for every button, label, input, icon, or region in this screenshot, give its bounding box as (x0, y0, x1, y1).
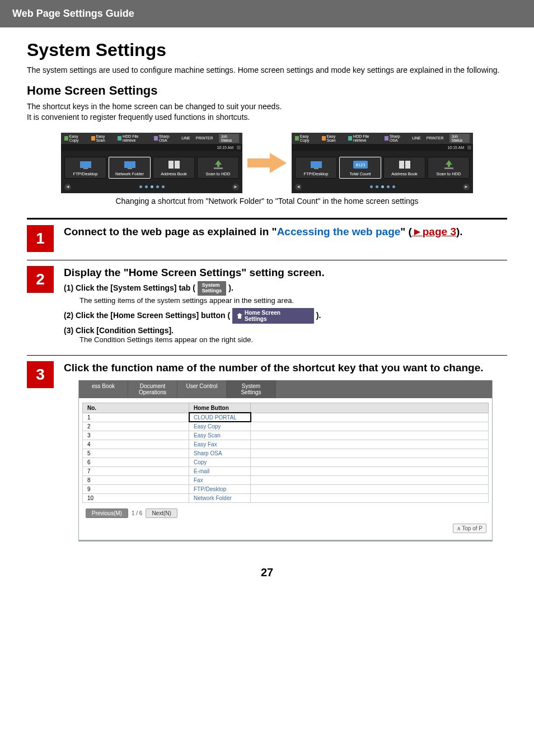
cell-home-button-link[interactable]: CLOUD PORTAL (189, 413, 251, 422)
cell-blank (251, 484, 489, 493)
svg-rect-5 (175, 161, 180, 169)
cell-home-button-link[interactable]: E-mail (189, 466, 251, 475)
cell-home-button-link[interactable]: Network Folder (189, 493, 251, 502)
cell-home-button-link[interactable]: Easy Scan (189, 431, 251, 440)
panel-btn-ftp: FTP/Desktop (295, 157, 337, 179)
cell-blank (251, 422, 489, 431)
step-2-title: Display the "Home Screen Settings" setti… (64, 266, 507, 279)
cell-no: 6 (83, 458, 189, 466)
section-desc-1: The shortcut keys in the home screen can… (27, 102, 282, 111)
page-number: 27 (27, 566, 507, 579)
panel-btn-address-book: Address Book (383, 157, 425, 179)
svg-rect-1 (83, 168, 88, 169)
top-of-page-button[interactable]: ∧ Top of P (453, 524, 486, 533)
section-title: Home Screen Settings (27, 83, 507, 98)
panel-top-bar: Easy Copy Easy Scan HDD File retrieve Sh… (61, 133, 242, 144)
cell-home-button-link[interactable]: Sharp OSA (189, 449, 251, 458)
svg-rect-10 (314, 168, 318, 169)
link-accessing-web-page[interactable]: Accessing the web page (277, 226, 401, 237)
th-blank (251, 403, 489, 413)
panel-btn-ftp: FTP/Desktop (64, 157, 106, 179)
step-2-1-label: (1) Click the [System Settings] tab ( Sy… (64, 283, 233, 292)
tab-user-control[interactable]: User Control (177, 380, 227, 398)
table-row: 2Easy Copy (83, 422, 489, 431)
cell-no: 9 (83, 484, 189, 493)
step-2: 2 Display the "Home Screen Settings" set… (27, 260, 507, 355)
section-desc-2: It is convenient to register frequently … (27, 113, 250, 122)
cell-no: 7 (83, 466, 189, 475)
previous-button[interactable]: Previous(M) (86, 508, 128, 518)
panel-main: FTP/Desktop Network Folder Address Book … (61, 151, 242, 182)
svg-marker-15 (446, 160, 452, 167)
home-button-table: No. Home Button 1CLOUD PORTAL2Easy Copy3… (82, 403, 489, 503)
table-row: 10Network Folder (83, 493, 489, 502)
home-screen-settings-button-icon: Home Screen Settings (232, 308, 314, 324)
panel-btn-scan-hdd: Scan to HDD (428, 157, 470, 179)
svg-rect-13 (399, 161, 404, 169)
cell-home-button-link[interactable]: Easy Fax (189, 440, 251, 449)
next-button[interactable]: Next(N) (146, 508, 177, 518)
table-row: 8Fax (83, 475, 489, 484)
cell-blank (251, 493, 489, 502)
cell-home-button-link[interactable]: Copy (189, 458, 251, 466)
step-2-1-text: The setting items of the system settings… (79, 296, 507, 306)
panel-time: 10:15 AM (61, 144, 242, 151)
panel-time: 10:15 AM (292, 144, 473, 151)
cell-blank (251, 431, 489, 440)
table-row: 6Copy (83, 458, 489, 466)
panel-btn-network-folder: Network Folder (109, 157, 151, 179)
step-2-3-label: (3) Click [Condition Settings]. (64, 326, 174, 335)
section-desc: The shortcut keys in the home screen can… (27, 101, 507, 123)
cell-blank (251, 413, 489, 422)
panel-after: Easy Copy Easy Scan HDD File retrieve Sh… (292, 133, 473, 193)
content: System Settings The system settings are … (0, 27, 534, 579)
cell-no: 5 (83, 449, 189, 458)
ui-tabs: ess Book Document Operations User Contro… (79, 380, 492, 398)
transition-arrow-icon (247, 151, 287, 175)
panel-btn-total-count: 0123 Total Count (339, 157, 381, 179)
panel-main: FTP/Desktop 0123 Total Count Address Boo… (292, 151, 473, 182)
table-row: 3Easy Scan (83, 431, 489, 440)
svg-rect-9 (311, 161, 322, 168)
tab-system-settings[interactable]: System Settings (227, 380, 276, 398)
cell-home-button-link[interactable]: FTP/Desktop (189, 484, 251, 493)
panel-caption: Changing a shortcut from "Network Folder… (27, 197, 507, 206)
cell-home-button-link[interactable]: Easy Copy (189, 422, 251, 431)
step-1-title: Connect to the web page as explained in … (64, 225, 507, 239)
svg-rect-7 (214, 167, 223, 169)
header-bar: Web Page Settings Guide (0, 0, 534, 27)
table-row: 1CLOUD PORTAL (83, 413, 489, 422)
cell-blank (251, 458, 489, 466)
svg-text:0123: 0123 (355, 163, 365, 167)
cell-blank (251, 440, 489, 449)
panel-btn-scan-hdd: Scan to HDD (197, 157, 239, 179)
svg-rect-16 (444, 167, 453, 169)
table-row: 7E-mail (83, 466, 489, 475)
home-icon (237, 313, 242, 319)
cell-no: 10 (83, 493, 189, 502)
step-2-number: 2 (27, 266, 54, 293)
cell-no: 1 (83, 413, 189, 422)
svg-marker-8 (247, 153, 287, 173)
ui-mock: ess Book Document Operations User Contro… (78, 380, 493, 542)
intro-text: The system settings are used to configur… (27, 65, 507, 76)
step-1-number: 1 (27, 225, 54, 252)
cell-blank (251, 466, 489, 475)
panel-top-bar: Easy Copy Easy Scan HDD File retrieve Sh… (292, 133, 473, 144)
cell-blank (251, 449, 489, 458)
tab-ess-book[interactable]: ess Book (79, 380, 128, 398)
system-settings-tab-icon: System Settings (198, 281, 227, 296)
step-2-2-label: (2) Click the [Home Screen Settings] but… (64, 311, 321, 320)
svg-rect-4 (168, 161, 174, 169)
link-page-3[interactable]: ►page 3 (412, 226, 456, 237)
step-1: 1 Connect to the web page as explained i… (27, 220, 507, 260)
panel-btn-address-book: Address Book (153, 157, 195, 179)
tab-document-ops[interactable]: Document Operations (128, 380, 177, 398)
svg-rect-2 (124, 161, 135, 168)
panel-before: Easy Copy Easy Scan HDD File retrieve Sh… (61, 133, 242, 193)
page-indicator: 1 / 6 (132, 510, 142, 516)
svg-rect-14 (405, 161, 410, 169)
step-3: 3 Click the function name of the number … (27, 356, 507, 549)
cell-home-button-link[interactable]: Fax (189, 475, 251, 484)
table-row: 9FTP/Desktop (83, 484, 489, 493)
